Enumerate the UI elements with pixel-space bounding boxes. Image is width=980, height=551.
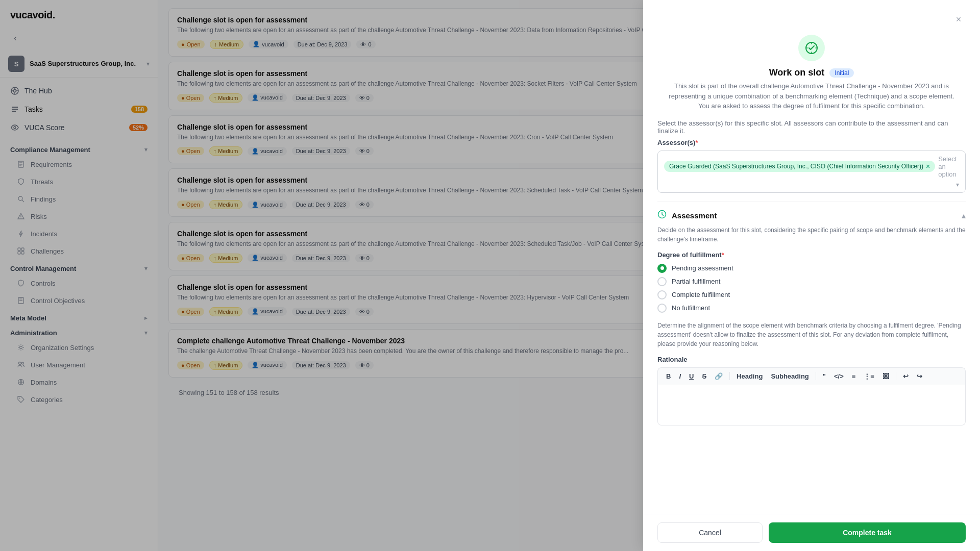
editor-separator3 xyxy=(896,372,896,380)
radio-pending[interactable]: Pending assessment xyxy=(657,264,966,273)
editor-ordered-list-button[interactable]: ⋮≡ xyxy=(861,371,877,382)
modal-body: Assessor(s)* Grace Guarded (SaaS Superst… xyxy=(643,139,980,514)
modal-panel: × Work on slot Initial This slot is part… xyxy=(643,0,980,551)
editor-underline-button[interactable]: U xyxy=(686,371,697,382)
radio-pending-label: Pending assessment xyxy=(672,264,733,272)
assessor-select[interactable]: Grace Guarded (SaaS Superstructures Grou… xyxy=(657,151,966,193)
assessors-label: Assessor(s)* xyxy=(657,139,966,146)
assessment-icon xyxy=(657,210,667,221)
radio-complete[interactable]: Complete fulfillment xyxy=(657,290,966,299)
section-divider xyxy=(657,201,966,202)
editor-link-button[interactable]: 🔗 xyxy=(712,371,726,382)
remove-assessor-button[interactable]: × xyxy=(926,162,930,170)
editor-bold-button[interactable]: B xyxy=(663,371,674,382)
modal-footer: Cancel Complete task xyxy=(643,514,980,551)
radio-complete-circle xyxy=(657,290,667,299)
editor-redo-button[interactable]: ↪ xyxy=(914,371,925,382)
assessment-title: Assessment xyxy=(672,211,717,220)
degree-label: Degree of fulfillment* xyxy=(657,251,966,259)
modal-close-button[interactable]: × xyxy=(951,12,966,27)
radio-partial-label: Partial fulfillment xyxy=(672,278,720,285)
editor-image-button[interactable]: 🖼 xyxy=(879,371,892,382)
modal-status-badge: Initial xyxy=(829,68,854,78)
assessment-header: Assessment ▴ xyxy=(657,210,966,221)
editor-heading-button[interactable]: Heading xyxy=(733,371,766,382)
editor-unordered-list-button[interactable]: ≡ xyxy=(849,371,859,382)
editor-undo-button[interactable]: ↩ xyxy=(900,371,912,382)
modal-title: Work on slot xyxy=(769,67,825,78)
modal-header: × xyxy=(643,0,980,27)
rationale-section: Rationale B I U S 🔗 Heading Subheading "… xyxy=(657,356,966,425)
radio-none-label: No fulfillment xyxy=(672,304,710,312)
modal-icon-area: Work on slot Initial This slot is part o… xyxy=(643,27,980,119)
radio-group: Pending assessment Partial fulfillment C… xyxy=(657,264,966,313)
editor-toolbar: B I U S 🔗 Heading Subheading " </> ≡ ⋮≡ … xyxy=(657,367,966,385)
radio-pending-circle xyxy=(657,264,667,273)
editor-quote-button[interactable]: " xyxy=(820,371,829,382)
radio-none-circle xyxy=(657,304,667,313)
rationale-label: Rationale xyxy=(657,356,966,363)
assessor-select-chevron-icon: ▾ xyxy=(956,181,959,188)
radio-complete-label: Complete fulfillment xyxy=(672,291,730,298)
modal-title-row: Work on slot Initial xyxy=(769,67,854,78)
radio-none[interactable]: No fulfillment xyxy=(657,304,966,313)
complete-task-button[interactable]: Complete task xyxy=(769,522,966,543)
assessment-desc: Decide on the assessment for this slot, … xyxy=(657,226,966,244)
modal-description: This slot is part of the overall challen… xyxy=(657,81,966,111)
modal-main-icon xyxy=(798,35,825,61)
radio-partial[interactable]: Partial fulfillment xyxy=(657,277,966,286)
rationale-desc: Determine the alignment of the scope ele… xyxy=(657,321,966,348)
editor-italic-button[interactable]: I xyxy=(676,371,684,382)
select-placeholder: Select an option xyxy=(938,155,959,178)
rationale-editor[interactable] xyxy=(657,385,966,425)
assessment-collapse-icon[interactable]: ▴ xyxy=(962,211,966,220)
editor-separator xyxy=(729,372,730,380)
assessors-note: Select the assessor(s) for this specific… xyxy=(643,119,980,135)
editor-code-button[interactable]: </> xyxy=(831,371,847,382)
assessors-section: Assessor(s)* Grace Guarded (SaaS Superst… xyxy=(657,139,966,193)
cancel-button[interactable]: Cancel xyxy=(657,522,763,543)
assessor-tag: Grace Guarded (SaaS Superstructures Grou… xyxy=(664,161,935,172)
editor-subheading-button[interactable]: Subheading xyxy=(768,371,812,382)
editor-strikethrough-button[interactable]: S xyxy=(699,371,709,382)
editor-separator2 xyxy=(816,372,816,380)
radio-partial-circle xyxy=(657,277,667,286)
assessment-section: Assessment ▴ Decide on the assessment fo… xyxy=(657,210,966,425)
